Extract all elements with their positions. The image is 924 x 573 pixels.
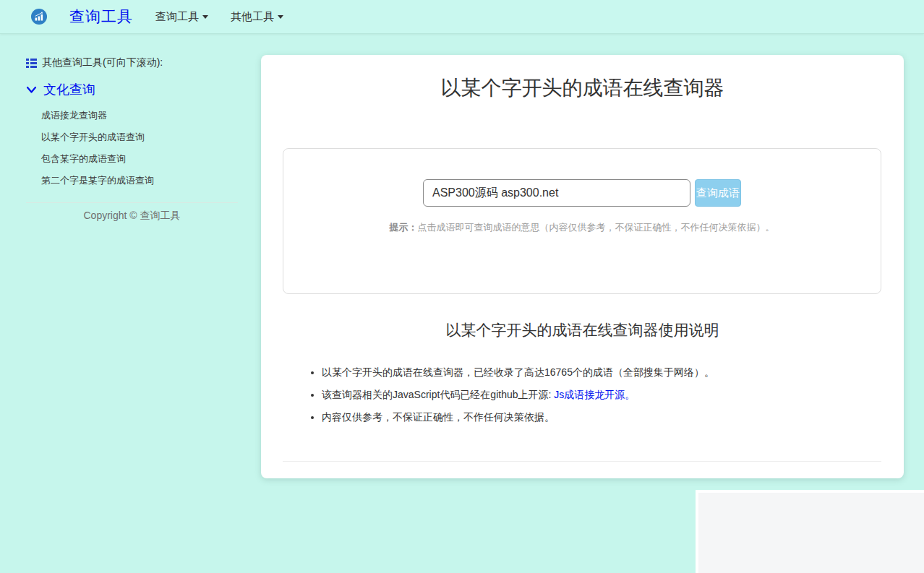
caret-down-icon: [278, 15, 283, 19]
sidebar: 其他查询工具(可向下滚动): 文化查询 成语接龙查询器 以某个字开头的成语查询 …: [26, 56, 238, 222]
search-hint-text: 点击成语即可查询成语的意思（内容仅供参考，不保证正确性，不作任何决策依据）。: [418, 222, 775, 233]
sidebar-item-idiom-contains[interactable]: 包含某字的成语查询: [41, 147, 238, 169]
brand-link[interactable]: 查询工具: [69, 7, 133, 27]
usage-item-opensource: 该查询器相关的JavaScript代码已经在github上开源: Js成语接龙开…: [322, 388, 904, 401]
sidebar-item-idiom-solitaire[interactable]: 成语接龙查询器: [41, 104, 238, 126]
ad-frame-content: [698, 493, 924, 573]
usage-item-count-text: 以某个字开头的成语在线查询器，已经收录了高达16765个的成语（全部搜集于网络）…: [322, 366, 714, 378]
search-hint-prefix: 提示：: [390, 222, 418, 233]
logo-chart-icon: [31, 9, 47, 25]
usage-item-count: 以某个字开头的成语在线查询器，已经收录了高达16765个的成语（全部搜集于网络）…: [322, 366, 904, 379]
site-logo[interactable]: [31, 9, 47, 25]
nav-dropdown-other-tools-label: 其他工具: [231, 10, 274, 24]
sidebar-category-label: 文化查询: [43, 81, 95, 98]
caret-down-icon: [202, 15, 208, 19]
chevron-down-icon: [26, 85, 37, 94]
page-title: 以某个字开头的成语在线查询器: [261, 75, 904, 101]
usage-item-disclaimer: 内容仅供参考，不保证正确性，不作任何决策依据。: [322, 410, 904, 423]
usage-item-opensource-text: 该查询器相关的JavaScript代码已经在github上开源:: [322, 389, 554, 400]
query-idiom-button[interactable]: 查询成语: [695, 179, 741, 207]
top-navbar: 查询工具 查询工具 其他工具: [0, 0, 924, 34]
nav-dropdown-other-tools[interactable]: 其他工具: [231, 10, 283, 24]
search-input[interactable]: [423, 179, 690, 207]
sidebar-heading: 其他查询工具(可向下滚动):: [26, 56, 238, 69]
ad-frame: [696, 490, 924, 573]
sidebar-heading-label: 其他查询工具(可向下滚动):: [42, 56, 163, 69]
list-icon: [26, 59, 37, 68]
sidebar-list: 成语接龙查询器 以某个字开头的成语查询 包含某字的成语查询 第二个字是某字的成语…: [26, 104, 238, 191]
main-card: 以某个字开头的成语在线查询器 查询成语 提示：点击成语即可查询成语的意思（内容仅…: [261, 55, 904, 478]
usage-heading: 以某个字开头的成语在线查询器使用说明: [261, 321, 904, 340]
search-hint: 提示：点击成语即可查询成语的意思（内容仅供参考，不保证正确性，不作任何决策依据）…: [390, 221, 775, 234]
sidebar-category-culture[interactable]: 文化查询: [26, 81, 238, 98]
sidebar-item-idiom-second-char[interactable]: 第二个字是某字的成语查询: [41, 169, 238, 191]
sidebar-item-idiom-starts-with[interactable]: 以某个字开头的成语查询: [41, 126, 238, 147]
search-row: 查询成语: [423, 179, 741, 207]
usage-list: 以某个字开头的成语在线查询器，已经收录了高达16765个的成语（全部搜集于网络）…: [261, 366, 904, 433]
nav-dropdown-query-tools-label: 查询工具: [155, 10, 199, 24]
card-bottom-divider: [283, 461, 881, 462]
nav-dropdown-query-tools[interactable]: 查询工具: [155, 10, 208, 24]
usage-item-disclaimer-text: 内容仅供参考，不保证正确性，不作任何决策依据。: [322, 411, 555, 423]
github-opensource-link[interactable]: Js成语接龙开源。: [554, 389, 635, 400]
sidebar-divider: [26, 202, 238, 203]
search-panel: 查询成语 提示：点击成语即可查询成语的意思（内容仅供参考，不保证正确性，不作任何…: [283, 148, 881, 294]
copyright-text: Copyright © 查询工具: [26, 209, 238, 222]
